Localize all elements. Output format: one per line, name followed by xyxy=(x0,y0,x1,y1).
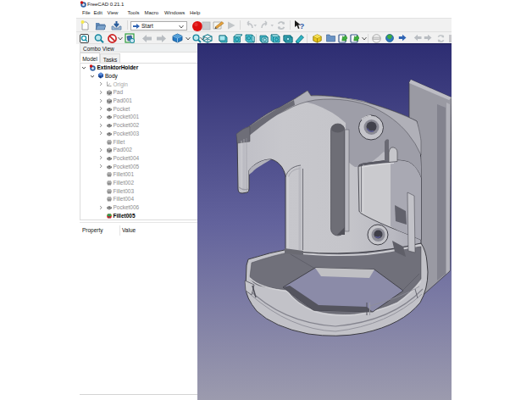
svg-text:?: ? xyxy=(300,21,305,31)
